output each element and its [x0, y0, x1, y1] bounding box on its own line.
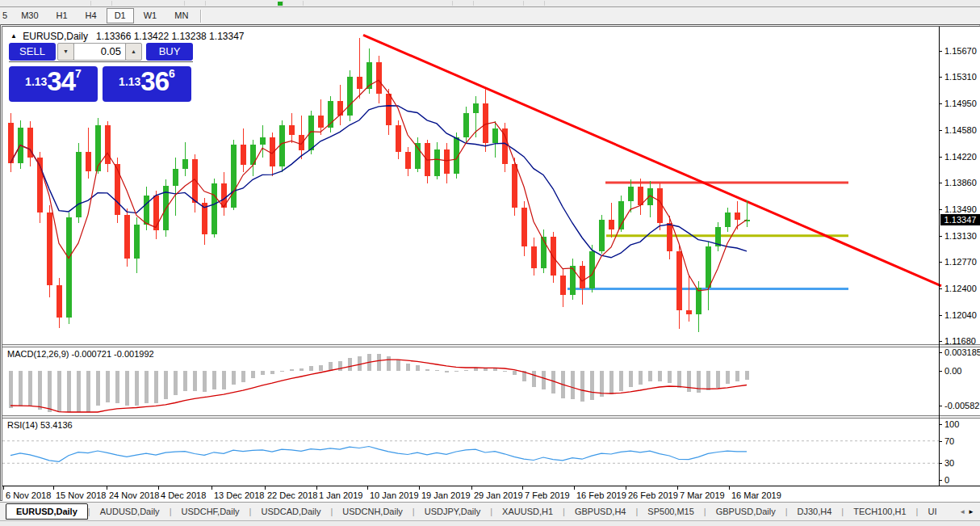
chart-tab-usdchf-daily[interactable]: USDCHF,Daily: [171, 505, 249, 518]
date-tick: [419, 486, 420, 490]
date-tick: [211, 486, 212, 490]
timeframe-button-h1[interactable]: H1: [48, 8, 76, 23]
toolbar-button-edge: [111, 1, 112, 6]
toolbar-button-edge: [473, 1, 474, 6]
buy-button[interactable]: BUY: [146, 43, 193, 61]
chart-tab-overflow[interactable]: UI: [918, 505, 938, 518]
tab-scroll-left-icon[interactable]: ◄: [959, 508, 968, 515]
date-axis-label: 13 Dec 2018: [214, 490, 264, 500]
sell-price-sup: 7: [75, 67, 82, 80]
chart-tab-audusd-daily[interactable]: AUDUSD,Daily: [90, 505, 170, 518]
toolbar-button-edge: [303, 1, 304, 6]
toolbar-button-edge: [452, 1, 453, 6]
date-tick: [158, 486, 159, 490]
macd-histogram: [9, 354, 749, 412]
rsi-line: [10, 447, 747, 462]
upper-toolbar-sliver: [0, 0, 980, 7]
date-tick: [522, 486, 523, 490]
date-tick: [265, 486, 266, 490]
timeframe-button-m30[interactable]: M30: [13, 8, 46, 23]
tab-scroll-right-icon[interactable]: ►: [968, 508, 977, 515]
date-axis-label: 7 Mar 2019: [680, 490, 725, 500]
date-tick: [729, 486, 730, 490]
timeframe-button-d1[interactable]: D1: [107, 8, 134, 23]
date-tick: [471, 486, 472, 490]
date-tick: [107, 486, 107, 490]
date-tick: [3, 486, 4, 490]
volume-input[interactable]: 0.05: [73, 43, 126, 61]
chart-tab-dj30-h4[interactable]: DJ30,H4: [788, 505, 842, 518]
sell-price-main: 34: [47, 66, 75, 96]
buy-price-box[interactable]: 1.13366: [103, 66, 191, 102]
trading-terminal: 5M30H1H4D1W1MN ▲ EURUSD,Daily 1.13366 1.…: [0, 0, 980, 526]
chart-tab-sp500-m15[interactable]: SP500,M15: [638, 505, 703, 518]
toolbar-button-edge: [544, 1, 545, 6]
chart-tab-usdjpy-daily[interactable]: USDJPY,Daily: [415, 505, 491, 518]
chart-tab-xauusd-h1[interactable]: XAUUSD,H1: [492, 505, 563, 518]
chart-tab-usdcnh-daily[interactable]: USDCNH,Daily: [333, 505, 413, 518]
rsi-label: RSI(14) 53.4136: [7, 420, 73, 430]
date-axis-label: 16 Mar 2019: [731, 490, 781, 500]
date-tick: [574, 486, 575, 490]
date-tick: [677, 486, 678, 490]
toolbar-button-edge: [523, 1, 524, 6]
volume-down-button[interactable]: ▼: [57, 43, 74, 61]
toolbar-button-edge: [283, 1, 283, 6]
volume-down-icon: ▼: [63, 48, 69, 54]
rsi-canvas[interactable]: [2, 419, 980, 486]
status-bar: [0, 520, 980, 526]
chart-tab-tech100-h1[interactable]: TECH100,H1: [844, 505, 915, 518]
toolbar-button-edge: [184, 1, 185, 6]
trade-controls-row: SELL ▼ 0.05 ▲ BUY: [9, 43, 193, 62]
date-tick: [53, 486, 54, 490]
rsi-panel[interactable]: RSI(14) 53.4136: [2, 419, 980, 486]
chart-tab-usdcad-daily[interactable]: USDCAD,Daily: [251, 505, 330, 518]
date-tick: [316, 486, 317, 490]
one-click-trading-panel: SELL ▼ 0.05 ▲ BUY 1.13347 1.13366: [9, 43, 193, 62]
toolbar-button-edge: [90, 1, 91, 6]
timeframe-button-w1[interactable]: W1: [136, 8, 165, 23]
date-axis-label: 15 Nov 2018: [56, 490, 106, 500]
toolbar-button-edge: [205, 1, 206, 6]
date-axis-label: 26 Feb 2019: [628, 490, 678, 500]
sell-price-box[interactable]: 1.13347: [9, 66, 98, 102]
collapse-triangle-icon[interactable]: ▲: [10, 32, 17, 40]
timeframe-button-h4[interactable]: H4: [77, 8, 105, 23]
sell-price-prefix: 1.13: [25, 75, 47, 88]
buy-price-sup: 6: [169, 67, 175, 80]
date-axis-label: 4 Dec 2018: [161, 490, 206, 500]
chart-tab-eurusd-daily[interactable]: EURUSD,Daily: [6, 503, 88, 520]
main-chart-panel[interactable]: ▲ EURUSD,Daily 1.13366 1.13422 1.13238 1…: [2, 27, 980, 344]
timeframe-button-5[interactable]: 5: [1, 8, 11, 23]
chart-window: ▲ EURUSD,Daily 1.13366 1.13422 1.13238 1…: [0, 24, 980, 501]
timeframe-button-mn[interactable]: MN: [166, 8, 196, 23]
timeframe-toolbar: 5M30H1H4D1W1MN: [0, 7, 980, 25]
volume-up-button[interactable]: ▲: [125, 43, 142, 61]
chart-title: ▲ EURUSD,Daily 1.13366 1.13422 1.13238 1…: [10, 31, 245, 42]
chart-tab-bar: EURUSD,Daily|AUDUSD,Daily|USDCHF,Daily|U…: [0, 502, 980, 520]
chart-symbol-label: EURUSD,Daily: [23, 31, 88, 42]
chart-tab-gbpusd-daily[interactable]: GBPUSD,Daily: [706, 505, 785, 518]
date-tick: [626, 486, 626, 490]
date-axis-label: 6 Nov 2018: [6, 490, 51, 500]
date-axis-label: 29 Jan 2019: [474, 490, 523, 500]
date-axis-label: 1 Jan 2019: [319, 490, 362, 500]
date-axis-label: 19 Jan 2019: [421, 490, 471, 500]
toolbar-separator: [200, 10, 201, 23]
chart-tab-gbpusd-h4[interactable]: GBPUSD,H4: [565, 505, 636, 518]
date-axis-label: 10 Jan 2019: [370, 490, 419, 500]
macd-panel[interactable]: MACD(12,26,9) -0.000721 -0.001992: [2, 347, 980, 415]
volume-up-icon: ▲: [131, 48, 136, 54]
date-axis-label: 16 Feb 2019: [576, 490, 626, 500]
macd-label: MACD(12,26,9) -0.000721 -0.001992: [7, 349, 154, 359]
date-tick: [367, 486, 368, 490]
buy-price-prefix: 1.13: [119, 75, 140, 88]
tab-scroll-arrows: ◄►: [959, 508, 977, 515]
active-indicator-mark: [278, 2, 283, 6]
sell-button[interactable]: SELL: [9, 43, 56, 61]
buy-price-main: 36: [140, 66, 169, 96]
date-axis-label: 22 Dec 2018: [267, 490, 317, 500]
date-axis-label: 7 Feb 2019: [525, 490, 570, 500]
date-axis-label: 24 Nov 2018: [109, 490, 159, 500]
fast-ma-line: [10, 80, 747, 291]
